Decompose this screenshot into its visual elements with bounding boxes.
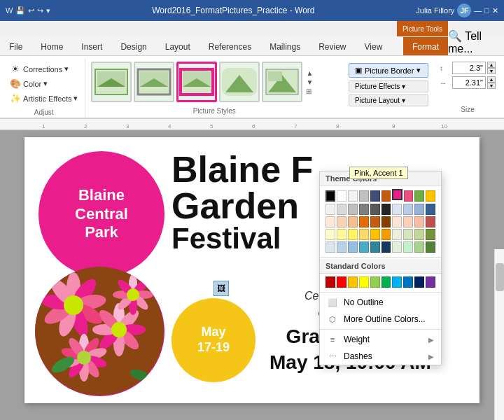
tab-insert[interactable]: Insert [72, 37, 111, 55]
color-swatch-pink-accent[interactable] [392, 189, 402, 200]
restore-btn[interactable]: □ [484, 6, 489, 15]
minimize-btn[interactable]: — [474, 6, 482, 15]
tab-format[interactable]: Format [403, 37, 448, 55]
color-swatch-gray[interactable] [359, 190, 369, 202]
title-line2: Garden [172, 188, 313, 224]
std-purple[interactable] [426, 276, 435, 288]
no-outline-icon: ⬜ [327, 297, 338, 308]
picture-border-arrow[interactable]: ▾ [416, 66, 421, 75]
width-label: ↔ [440, 79, 451, 87]
artistic-dropdown-arrow[interactable]: ▾ [74, 94, 78, 103]
size-section: ↕ ▲ ▼ ↔ ▲ ▼ Size [434, 59, 501, 118]
std-cyan[interactable] [392, 276, 402, 288]
height-up[interactable]: ▲ [487, 62, 496, 68]
svg-rect-13 [268, 71, 282, 81]
weight-item[interactable]: ≡ Weight ▶ [320, 331, 441, 348]
adjust-buttons: ☀ Corrections ▾ 🎨 Color ▾ ✨ Artistic Eff… [7, 59, 80, 108]
std-green[interactable] [382, 276, 391, 288]
color-swatch-green[interactable] [414, 190, 424, 202]
more-colors-item[interactable]: ⬡ More Outline Colors... [320, 311, 441, 328]
height-label: ↕ [440, 64, 451, 72]
flower-image [35, 267, 164, 396]
tab-mailings[interactable]: Mailings [260, 37, 309, 55]
height-down[interactable]: ▼ [487, 68, 496, 74]
svg-point-24 [64, 295, 83, 315]
styles-scroll-up[interactable]: ▲ [306, 69, 313, 77]
color-swatch-red[interactable] [404, 190, 414, 202]
theme-colors-area: Pink, Accent 1 [320, 186, 441, 255]
theme-colors-row5 [326, 241, 435, 253]
artistic-effects-button[interactable]: ✨ Artistic Effects ▾ [7, 92, 80, 106]
width-input[interactable] [452, 76, 486, 89]
tab-layout[interactable]: Layout [156, 37, 200, 55]
color-swatch-white[interactable] [337, 190, 346, 202]
picture-effects-button[interactable]: Picture Effects ▾ [349, 80, 428, 92]
dashes-item[interactable]: ⋯ Dashes ▶ [320, 348, 441, 365]
height-spinner: ▲ ▼ [487, 62, 496, 74]
corrections-icon: ☀ [10, 64, 21, 75]
ribbon-top-row: Picture Tools [0, 21, 504, 36]
tab-view[interactable]: View [356, 37, 392, 55]
styles-scroll-down[interactable]: ▼ [306, 78, 313, 86]
save-btn[interactable]: 💾 [15, 6, 25, 15]
scrollbar-right[interactable] [494, 249, 504, 420]
corrections-button[interactable]: ☀ Corrections ▾ [7, 62, 80, 76]
redo-btn[interactable]: ↪ [37, 6, 43, 15]
width-row: ↔ ▲ ▼ [440, 76, 496, 89]
picture-styles-label: Picture Styles [91, 107, 337, 116]
theme-colors-row4 [326, 229, 435, 240]
color-button[interactable]: 🎨 Color ▾ [7, 77, 80, 91]
theme-colors-row3 [326, 216, 435, 227]
std-yellow[interactable] [359, 276, 369, 288]
color-swatch-black[interactable] [326, 190, 335, 202]
style-thumb-2[interactable] [134, 62, 174, 102]
color-swatch-navy[interactable] [370, 190, 380, 202]
picture-border-button[interactable]: ▣ Picture Border ▾ [349, 63, 428, 78]
artistic-icon: ✨ [10, 93, 21, 104]
title-bar-left: W 💾 ↩ ↪ ▾ [6, 6, 50, 15]
theme-colors-row1 [326, 190, 435, 202]
tab-references[interactable]: References [200, 37, 260, 55]
user-avatar: JF [457, 4, 471, 18]
color-swatch-orange[interactable] [382, 190, 391, 202]
tab-design[interactable]: Design [111, 37, 155, 55]
tell-me[interactable]: 🔍 Tell me... [448, 29, 504, 55]
picture-border-icon: ▣ [355, 66, 362, 75]
no-outline-item[interactable]: ⬜ No Outline [320, 294, 441, 311]
color-dropdown-arrow[interactable]: ▾ [43, 79, 48, 88]
undo-btn[interactable]: ↩ [28, 6, 34, 15]
width-down[interactable]: ▼ [487, 83, 496, 89]
size-label: Size [440, 106, 496, 115]
style-thumb-3[interactable] [176, 62, 217, 102]
picture-layout-button[interactable]: Picture Layout ▾ [349, 94, 428, 106]
std-red[interactable] [337, 276, 346, 288]
color-swatch-yellow[interactable] [426, 190, 435, 202]
width-up[interactable]: ▲ [487, 76, 496, 83]
color-swatch-lgray[interactable] [348, 190, 358, 202]
tab-home[interactable]: Home [31, 37, 72, 55]
corrections-dropdown-arrow[interactable]: ▾ [64, 64, 69, 74]
style-thumb-1[interactable] [91, 62, 132, 102]
document-area: Blaine Central Park Blaine F Garden Fest… [0, 130, 504, 420]
std-darkblue[interactable] [414, 276, 424, 288]
svg-point-53 [127, 288, 139, 301]
tab-review[interactable]: Review [309, 37, 355, 55]
word-logo: W [6, 6, 13, 15]
customize-btn[interactable]: ▾ [46, 6, 50, 15]
close-btn[interactable]: ✕ [492, 6, 498, 15]
yellow-circle: May 17-19 [172, 298, 255, 382]
styles-more[interactable]: ⊞ [306, 88, 313, 95]
tab-file[interactable]: File [0, 37, 31, 55]
std-blue[interactable] [403, 276, 413, 288]
landscape-icon: 🖼 [214, 281, 229, 296]
user-area: Julia Fillory JF — □ ✕ [416, 4, 498, 18]
std-lime[interactable] [370, 276, 380, 288]
height-input[interactable] [452, 62, 486, 74]
scrollbar-thumb[interactable] [496, 263, 504, 291]
width-spinner: ▲ ▼ [487, 76, 496, 89]
style-thumb-4[interactable] [219, 62, 260, 102]
std-orange[interactable] [348, 276, 358, 288]
std-darkred[interactable] [326, 276, 335, 288]
style-thumb-5[interactable] [262, 62, 302, 102]
weight-label: Weight [344, 335, 370, 344]
